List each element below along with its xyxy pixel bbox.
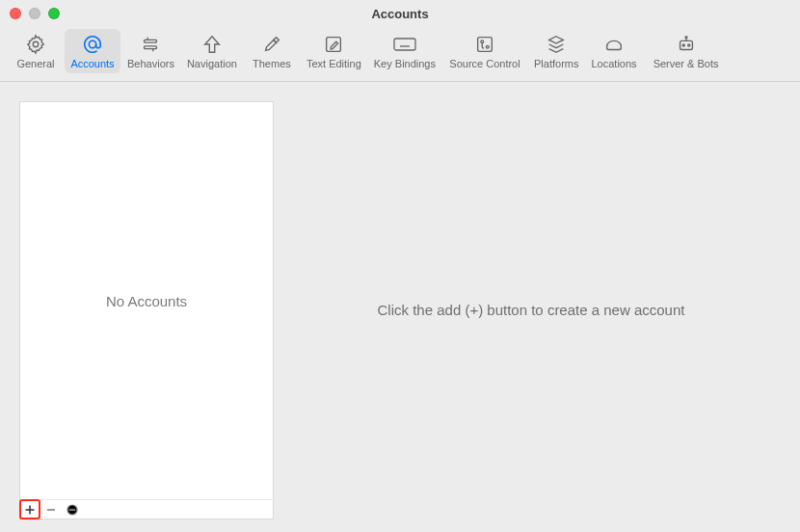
robot-icon — [676, 33, 697, 56]
tab-label: Platforms — [534, 58, 578, 69]
preferences-toolbar: General Accounts Behaviors Navigation Th… — [0, 27, 800, 82]
accounts-sidebar: No Accounts — [0, 82, 291, 532]
window-controls — [10, 8, 60, 19]
tab-source-control[interactable]: Source Control — [442, 29, 527, 73]
tab-locations[interactable]: Locations — [585, 29, 642, 73]
gear-icon — [25, 33, 46, 56]
svg-rect-3 — [145, 46, 157, 49]
svg-point-26 — [69, 509, 70, 510]
tab-label: Text Editing — [307, 58, 361, 69]
tab-navigation[interactable]: Navigation — [181, 29, 243, 73]
tab-key-bindings[interactable]: Key Bindings — [368, 29, 441, 73]
tab-accounts[interactable]: Accounts — [65, 29, 120, 73]
tab-behaviors[interactable]: Behaviors — [121, 29, 180, 73]
at-sign-icon — [82, 33, 103, 56]
account-actions-button[interactable] — [62, 499, 83, 519]
svg-rect-7 — [394, 39, 415, 50]
empty-accounts-label: No Accounts — [106, 293, 187, 309]
tab-server-bots[interactable]: Server & Bots — [644, 29, 729, 73]
titlebar: Accounts — [0, 0, 800, 27]
tab-label: Themes — [253, 58, 291, 69]
pencil-square-icon — [323, 33, 344, 56]
minimize-window-button[interactable] — [29, 8, 40, 19]
drive-icon — [603, 33, 625, 56]
add-account-button[interactable] — [19, 499, 40, 519]
layers-icon — [546, 33, 567, 56]
navigation-icon — [201, 33, 223, 56]
svg-point-1 — [89, 40, 95, 47]
window-title: Accounts — [0, 7, 800, 21]
tab-label: Accounts — [70, 58, 114, 69]
tab-general[interactable]: General — [8, 29, 64, 73]
behaviors-icon — [140, 33, 161, 56]
tab-label: General — [16, 58, 54, 69]
tab-label: Locations — [591, 58, 636, 69]
close-window-button[interactable] — [10, 8, 21, 19]
svg-point-21 — [685, 37, 687, 39]
svg-point-19 — [687, 44, 689, 46]
svg-point-27 — [71, 509, 72, 510]
tab-label: Behaviors — [127, 58, 174, 69]
account-detail-pane: Click the add (+) button to create a new… — [291, 82, 800, 532]
svg-rect-13 — [478, 38, 493, 52]
content-area: No Accounts Click the add (+) button to … — [0, 82, 800, 532]
keyboard-icon — [392, 33, 417, 56]
svg-point-14 — [481, 40, 484, 43]
account-list[interactable]: No Accounts — [19, 101, 274, 499]
svg-point-15 — [486, 45, 489, 48]
svg-rect-2 — [145, 40, 157, 42]
zoom-window-button[interactable] — [48, 8, 60, 19]
tab-label: Navigation — [187, 58, 237, 69]
detail-placeholder-text: Click the add (+) button to create a new… — [378, 302, 685, 318]
svg-point-18 — [682, 44, 684, 46]
remove-account-button[interactable] — [40, 499, 62, 519]
source-control-icon — [474, 33, 495, 56]
tab-platforms[interactable]: Platforms — [528, 29, 584, 73]
svg-point-0 — [33, 41, 39, 47]
svg-point-28 — [74, 509, 75, 510]
account-list-footer — [19, 499, 274, 519]
tab-label: Key Bindings — [374, 58, 436, 69]
tab-label: Server & Bots — [653, 58, 719, 69]
tab-themes[interactable]: Themes — [244, 29, 300, 73]
tab-label: Source Control — [449, 58, 520, 69]
paintbrush-icon — [261, 33, 282, 56]
tab-text-editing[interactable]: Text Editing — [301, 29, 367, 73]
